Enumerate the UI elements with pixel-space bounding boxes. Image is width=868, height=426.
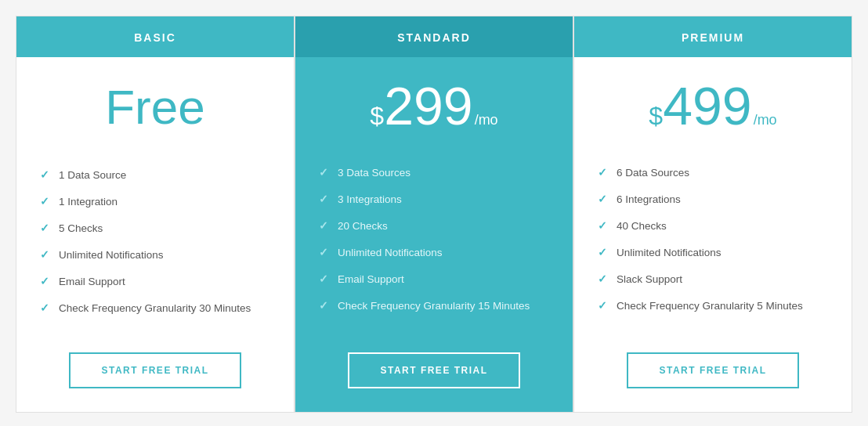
check-icon: ✓ xyxy=(598,299,607,312)
feature-item: ✓ Unlimited Notifications xyxy=(319,239,549,265)
plan-name-premium: PREMIUM xyxy=(682,31,744,44)
feature-text: 40 Checks xyxy=(617,220,667,232)
feature-text: Unlimited Notifications xyxy=(617,247,722,258)
plan-header-premium: PREMIUM xyxy=(574,16,852,57)
feature-text: Unlimited Notifications xyxy=(59,249,164,261)
feature-item: ✓ 40 Checks xyxy=(598,212,828,239)
feature-item: ✓ Email Support xyxy=(40,268,270,294)
plan-cta-basic: START FREE TRIAL xyxy=(16,337,294,412)
plan-price-basic: Free xyxy=(16,57,294,153)
feature-text: 6 Data Sources xyxy=(617,167,689,179)
feature-item: ✓ Check Frequency Granularity 5 Minutes xyxy=(598,292,828,319)
feature-item: ✓ 3 Integrations xyxy=(319,186,549,212)
feature-text: Check Frequency Granularity 30 Minutes xyxy=(59,302,251,314)
plan-card-premium: PREMIUM $ 499 /mo ✓ 6 Data Sources ✓ 6 I… xyxy=(573,16,852,413)
feature-item: ✓ Slack Support xyxy=(598,265,828,292)
plan-price-standard: $ 299 /mo xyxy=(295,57,573,151)
plan-features-standard: ✓ 3 Data Sources ✓ 3 Integrations ✓ 20 C… xyxy=(295,151,573,337)
check-icon: ✓ xyxy=(319,299,328,312)
check-icon: ✓ xyxy=(598,273,607,285)
price-dollar-standard: $ xyxy=(370,103,384,128)
plan-header-basic: BASIC xyxy=(16,16,294,57)
feature-text: Unlimited Notifications xyxy=(338,247,443,258)
feature-text: 5 Checks xyxy=(59,222,103,234)
feature-text: 1 Data Source xyxy=(59,169,126,181)
pricing-container: BASIC Free ✓ 1 Data Source ✓ 1 Integrati… xyxy=(16,16,852,413)
check-icon: ✓ xyxy=(319,273,328,285)
price-free-text: Free xyxy=(105,79,204,135)
check-icon: ✓ xyxy=(319,166,328,179)
check-icon: ✓ xyxy=(598,219,607,232)
check-icon: ✓ xyxy=(40,195,49,208)
feature-item: ✓ 6 Integrations xyxy=(598,186,828,212)
feature-text: Check Frequency Granularity 15 Minutes xyxy=(338,300,530,312)
price-period-premium: /mo xyxy=(754,112,777,128)
feature-text: Check Frequency Granularity 5 Minutes xyxy=(617,300,803,312)
check-icon: ✓ xyxy=(40,222,49,234)
plan-features-premium: ✓ 6 Data Sources ✓ 6 Integrations ✓ 40 C… xyxy=(574,151,852,337)
feature-item: ✓ 1 Integration xyxy=(40,188,270,215)
price-amount-standard: 299 xyxy=(384,79,472,132)
check-icon: ✓ xyxy=(598,166,607,179)
feature-item: ✓ 20 Checks xyxy=(319,212,549,239)
check-icon: ✓ xyxy=(598,246,607,258)
feature-text: 3 Integrations xyxy=(338,193,402,205)
feature-item: ✓ Email Support xyxy=(319,265,549,292)
feature-text: 20 Checks xyxy=(338,220,388,232)
check-icon: ✓ xyxy=(319,246,328,258)
plan-price-premium: $ 499 /mo xyxy=(574,57,852,151)
feature-item: ✓ 3 Data Sources xyxy=(319,159,549,186)
check-icon: ✓ xyxy=(40,248,49,261)
feature-text: Email Support xyxy=(338,273,404,285)
plan-name-standard: STANDARD xyxy=(397,31,471,44)
check-icon: ✓ xyxy=(40,301,49,314)
feature-text: Email Support xyxy=(59,276,125,287)
price-amount-premium: 499 xyxy=(663,79,751,132)
plan-card-standard: STANDARD $ 299 /mo ✓ 3 Data Sources ✓ 3 … xyxy=(295,16,573,413)
plan-header-standard: STANDARD xyxy=(295,16,573,57)
plan-cta-standard: START FREE TRIAL xyxy=(295,337,573,412)
plan-features-basic: ✓ 1 Data Source ✓ 1 Integration ✓ 5 Chec… xyxy=(16,153,294,337)
plan-cta-premium: START FREE TRIAL xyxy=(574,337,852,412)
feature-text: 1 Integration xyxy=(59,196,118,208)
feature-text: 3 Data Sources xyxy=(338,167,410,179)
feature-text: 6 Integrations xyxy=(617,193,681,205)
feature-item: ✓ Unlimited Notifications xyxy=(40,241,270,268)
check-icon: ✓ xyxy=(40,275,49,287)
feature-item: ✓ 6 Data Sources xyxy=(598,159,828,186)
plan-card-basic: BASIC Free ✓ 1 Data Source ✓ 1 Integrati… xyxy=(16,16,295,413)
start-trial-button-basic[interactable]: START FREE TRIAL xyxy=(69,352,241,388)
check-icon: ✓ xyxy=(598,193,607,205)
feature-item: ✓ Check Frequency Granularity 15 Minutes xyxy=(319,292,549,319)
feature-item: ✓ 1 Data Source xyxy=(40,161,270,188)
feature-item: ✓ Unlimited Notifications xyxy=(598,239,828,265)
plan-name-basic: BASIC xyxy=(134,31,176,44)
check-icon: ✓ xyxy=(40,168,49,181)
check-icon: ✓ xyxy=(319,219,328,232)
feature-text: Slack Support xyxy=(617,273,682,285)
feature-item: ✓ Check Frequency Granularity 30 Minutes xyxy=(40,294,270,321)
start-trial-button-standard[interactable]: START FREE TRIAL xyxy=(348,352,520,388)
price-period-standard: /mo xyxy=(475,112,498,128)
price-dollar-premium: $ xyxy=(649,103,663,128)
start-trial-button-premium[interactable]: START FREE TRIAL xyxy=(627,352,799,388)
check-icon: ✓ xyxy=(319,193,328,205)
feature-item: ✓ 5 Checks xyxy=(40,215,270,241)
